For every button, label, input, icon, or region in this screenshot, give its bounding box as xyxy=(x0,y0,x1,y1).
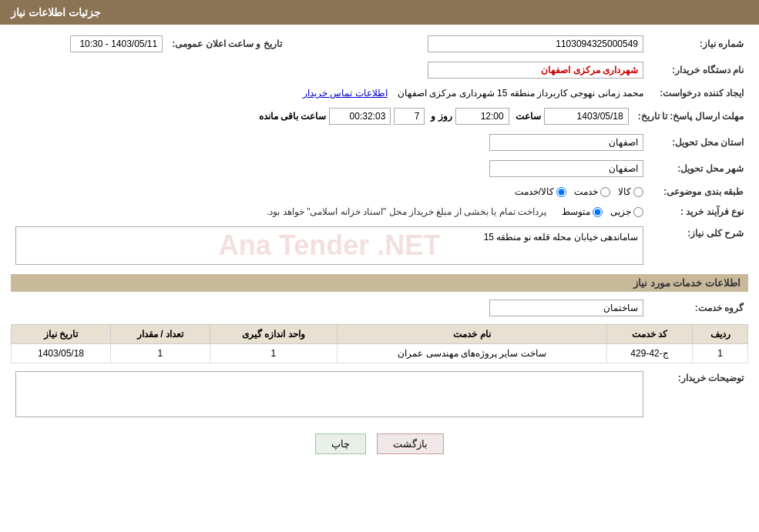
page-title: جزئیات اطلاعات نیاز xyxy=(11,6,101,18)
cell-name: ساخت سایر پروژه‌های مهندسی عمران xyxy=(337,344,606,363)
button-bar: بازگشت چاپ xyxy=(11,433,748,454)
print-button[interactable]: چاپ xyxy=(315,433,366,454)
cell-unit: 1 xyxy=(210,344,337,363)
province-value: اصفهان xyxy=(11,131,648,154)
description-text: ساماندهی خیابان محله قلعه نو منطقه 15 xyxy=(484,232,638,243)
info-row-6: شهر محل تحویل: اصفهان xyxy=(11,157,748,180)
deadline-label: مهلت ارسال پاسخ: تا تاریخ: xyxy=(633,105,748,128)
announce-value: 1403/05/11 - 10:30 xyxy=(11,32,167,55)
process-options: جزیی متوسط پرداخت تمام یا بخشی از مبلغ خ… xyxy=(11,203,648,220)
services-table: ردیف کد خدمت نام خدمت واحد اندازه گیری ت… xyxy=(11,324,748,363)
buyer-notes-textarea[interactable] xyxy=(15,371,643,417)
need-number-field: 1103094325000549 xyxy=(428,35,643,52)
process-label: نوع فرآیند خرید : xyxy=(648,203,748,220)
service-group-label: گروه خدمت: xyxy=(648,296,748,320)
deadline-time-field: 12:00 xyxy=(455,108,509,125)
main-content: شماره نیاز: 1103094325000549 تاریخ و ساع… xyxy=(0,25,759,470)
info-row-2: نام دستگاه خریدار: شهرداری مرکزی اصفهان xyxy=(11,59,748,82)
province-field: اصفهان xyxy=(489,134,643,151)
process-note: پرداخت تمام یا بخشی از مبلغ خریداز محل "… xyxy=(267,206,546,217)
table-row: 1 ج-42-429 ساخت سایر پروژه‌های مهندسی عم… xyxy=(12,344,748,363)
category-radios: کالا خدمت کالا/خدمت xyxy=(11,183,648,200)
category-khedmat-label: خدمت xyxy=(574,186,598,197)
description-label: شرح کلی نیاز: xyxy=(648,223,748,268)
info-row-3: ایجاد کننده درخواست: محمد زمانی نهوجی کا… xyxy=(11,85,748,102)
process-motavaset-radio[interactable] xyxy=(593,207,603,217)
deadline-days-field: 7 xyxy=(394,108,425,125)
description-box: Ana Tender .NET ساماندهی خیابان محله قلع… xyxy=(15,226,643,265)
buyer-org-field: شهرداری مرکزی اصفهان xyxy=(428,62,643,79)
info-row-5: استان محل تحویل: اصفهان xyxy=(11,131,748,154)
buyer-org-label: نام دستگاه خریدار: xyxy=(648,59,748,82)
announce-label: تاریخ و ساعت اعلان عمومی: xyxy=(167,32,286,55)
description-section: شرح کلی نیاز: Ana Tender .NET ساماندهی خ… xyxy=(11,223,748,268)
need-number-value: 1103094325000549 xyxy=(302,32,648,55)
process-motavaset-option[interactable]: متوسط xyxy=(562,206,603,217)
col-unit: واحد اندازه گیری xyxy=(210,325,337,344)
category-kala-option[interactable]: کالا xyxy=(618,186,643,197)
category-kala-khedmat-label: کالا/خدمت xyxy=(515,186,554,197)
buyer-notes-section: توضیحات خریدار: xyxy=(11,368,748,423)
creator-label: ایجاد کننده درخواست: xyxy=(648,85,748,102)
info-row-7: طبقه بندی موضوعی: کالا خدمت xyxy=(11,183,748,200)
city-label: شهر محل تحویل: xyxy=(648,157,748,180)
buyer-notes-value-cell xyxy=(11,368,648,423)
process-jozyi-label: جزیی xyxy=(610,206,631,217)
info-row-4: مهلت ارسال پاسخ: تا تاریخ: 1403/05/18 سا… xyxy=(11,105,748,128)
deadline-remaining-label: ساعت باقی مانده xyxy=(259,111,327,122)
category-kala-khedmat-radio[interactable] xyxy=(556,187,566,197)
deadline-date-field: 1403/05/18 xyxy=(544,108,629,125)
creator-value: محمد زمانی نهوجی کاربرداز منطقه 15 شهردا… xyxy=(11,85,648,102)
cell-date: 1403/05/18 xyxy=(12,344,111,363)
province-label: استان محل تحویل: xyxy=(648,131,748,154)
process-motavaset-label: متوسط xyxy=(562,206,590,217)
service-group-row: گروه خدمت: ساختمان xyxy=(11,296,748,320)
buyer-org-value: شهرداری مرکزی اصفهان xyxy=(11,59,648,82)
cell-quantity: 1 xyxy=(110,344,210,363)
service-group-field: ساختمان xyxy=(489,299,643,316)
col-date: تاریخ نیاز xyxy=(12,325,111,344)
category-khedmat-radio[interactable] xyxy=(600,187,610,197)
services-section-title: اطلاعات خدمات مورد نیاز xyxy=(11,274,748,292)
category-kala-radio[interactable] xyxy=(633,187,643,197)
col-quantity: تعداد / مقدار xyxy=(110,325,210,344)
city-field: اصفهان xyxy=(489,160,643,177)
category-kala-khedmat-option[interactable]: کالا/خدمت xyxy=(515,186,566,197)
cell-row: 1 xyxy=(693,344,748,363)
need-number-label: شماره نیاز: xyxy=(648,32,748,55)
announce-field: 1403/05/11 - 10:30 xyxy=(70,35,163,52)
deadline-value: 1403/05/18 ساعت 12:00 روز و 7 00:32:03 س… xyxy=(11,105,633,128)
creator-text: محمد زمانی نهوجی کاربرداز منطقه 15 شهردا… xyxy=(398,88,643,99)
deadline-time-label: ساعت xyxy=(516,111,541,122)
page-wrapper: جزئیات اطلاعات نیاز شماره نیاز: 11030943… xyxy=(0,0,759,532)
city-value: اصفهان xyxy=(11,157,648,180)
process-jozyi-radio[interactable] xyxy=(633,207,643,217)
description-value-cell: Ana Tender .NET ساماندهی خیابان محله قلع… xyxy=(11,223,648,268)
category-kala-label: کالا xyxy=(618,186,631,197)
process-jozyi-option[interactable]: جزیی xyxy=(610,206,643,217)
col-name: نام خدمت xyxy=(337,325,606,344)
col-row: ردیف xyxy=(693,325,748,344)
watermark: Ana Tender .NET xyxy=(219,229,440,262)
col-code: کد خدمت xyxy=(607,325,693,344)
cell-code: ج-42-429 xyxy=(607,344,693,363)
info-row-8: نوع فرآیند خرید : جزیی متوسط پرداخت تمام… xyxy=(11,203,748,220)
service-group-value: ساختمان xyxy=(11,296,648,320)
deadline-days-label: روز و xyxy=(431,111,452,122)
info-row-1: شماره نیاز: 1103094325000549 تاریخ و ساع… xyxy=(11,32,748,55)
buyer-notes-label: توضیحات خریدار: xyxy=(648,368,748,423)
deadline-remaining-field: 00:32:03 xyxy=(329,108,391,125)
page-header: جزئیات اطلاعات نیاز xyxy=(0,0,759,25)
contact-link[interactable]: اطلاعات تماس خریدار xyxy=(303,88,388,99)
category-khedmat-option[interactable]: خدمت xyxy=(574,186,610,197)
category-label: طبقه بندی موضوعی: xyxy=(648,183,748,200)
back-button[interactable]: بازگشت xyxy=(377,433,444,454)
